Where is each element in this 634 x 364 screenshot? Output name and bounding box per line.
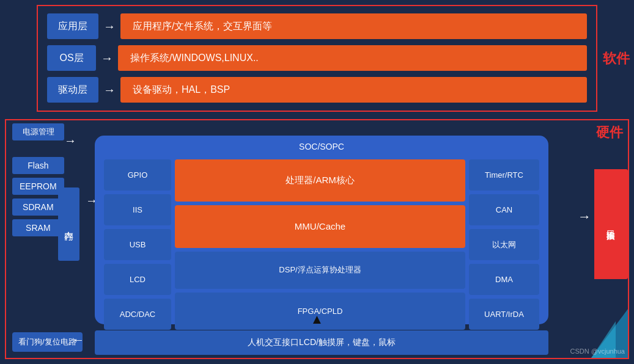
lcd-btn: LCD: [104, 264, 171, 295]
arrow-right-2: →: [101, 51, 113, 65]
soc-left-col: GPIO IIS USB LCD ADC/DAC: [104, 159, 171, 330]
timer-btn: Timer/RTC: [469, 159, 539, 191]
hardware-label: 硬件: [596, 123, 623, 142]
software-section: 应用层 → 应用程序/文件系统，交互界面等 OS层 → 操作系统/WINDOWS…: [37, 5, 597, 112]
flash-box: Flash: [12, 157, 64, 174]
memory-label: 内存: [58, 187, 79, 261]
arrow-right-1: →: [103, 20, 116, 34]
main-container: 应用层 → 应用程序/文件系统，交互界面等 OS层 → 操作系统/WINDOWS…: [0, 0, 634, 364]
sdram-box: SDRAM: [12, 198, 64, 216]
software-label: 软件: [603, 49, 630, 68]
app-layer-label: 应用层: [47, 13, 98, 39]
can-btn: CAN: [469, 194, 539, 225]
soc-center-col: 处理器/ARM核心 MMU/Cache DSP/浮点运算协处理器 FPGA/CP…: [175, 159, 465, 330]
os-layer-label: OS层: [47, 45, 96, 71]
adcdac-btn: ADC/DAC: [104, 299, 171, 330]
driver-layer-label: 驱动层: [47, 77, 98, 103]
os-layer-content: 操作系统/WINDOWS,LINUX..: [118, 45, 587, 71]
layer-row-os: OS层 → 操作系统/WINDOWS,LINUX..: [47, 45, 587, 71]
sram-box: SRAM: [12, 219, 64, 236]
bottom-up-arrow-icon: ▲: [311, 311, 324, 327]
gpio-btn: GPIO: [104, 159, 171, 191]
soc-block: SOC/SOPC GPIO IIS USB LCD ADC/DAC 处理器/AR…: [95, 136, 548, 324]
layer-row-driver: 驱动层 → 设备驱动，HAL，BSP: [47, 77, 587, 103]
soc-title: SOC/SOPC: [101, 142, 542, 151]
io-interface: 输入输出接口: [594, 169, 628, 279]
app-layer-content: 应用程序/文件系统，交互界面等: [120, 13, 587, 39]
uart-btn: UART/IrDA: [469, 299, 539, 330]
soc-grid: GPIO IIS USB LCD ADC/DAC 处理器/ARM核心 MMU/C…: [101, 156, 542, 333]
dsp-btn: DSP/浮点运算协处理器: [175, 252, 465, 289]
layer-row-app: 应用层 → 应用程序/文件系统，交互界面等: [47, 13, 587, 39]
power-arrow-icon: →: [64, 134, 76, 148]
io-arrow-icon: →: [578, 209, 591, 225]
soc-right-col: Timer/RTC CAN 以太网 DMA UART/IrDA: [469, 159, 539, 330]
watchdog-arrow-icon: ←: [72, 333, 84, 347]
dma-btn: DMA: [469, 264, 539, 295]
power-box: 电源管理: [12, 123, 64, 140]
driver-layer-content: 设备驱动，HAL，BSP: [120, 77, 587, 103]
iis-btn: IIS: [104, 194, 171, 225]
processor-btn: 处理器/ARM核心: [175, 159, 465, 202]
usb-btn: USB: [104, 229, 171, 260]
arrow-right-3: →: [103, 83, 116, 97]
ethernet-btn: 以太网: [469, 229, 539, 260]
memory-items: Flash EEPROM SDRAM SRAM: [12, 157, 64, 236]
eeprom-box: EEPROM: [12, 178, 64, 195]
hardware-section: 硬件 电源管理 → Flash EEPROM SDRAM SRAM 内存 → S…: [5, 119, 629, 359]
mmu-btn: MMU/Cache: [175, 205, 465, 247]
bottom-interface: 人机交互接口LCD/触摸屏，键盘，鼠标: [95, 330, 548, 355]
watermark: CSDN @vcjunhua: [570, 348, 625, 355]
